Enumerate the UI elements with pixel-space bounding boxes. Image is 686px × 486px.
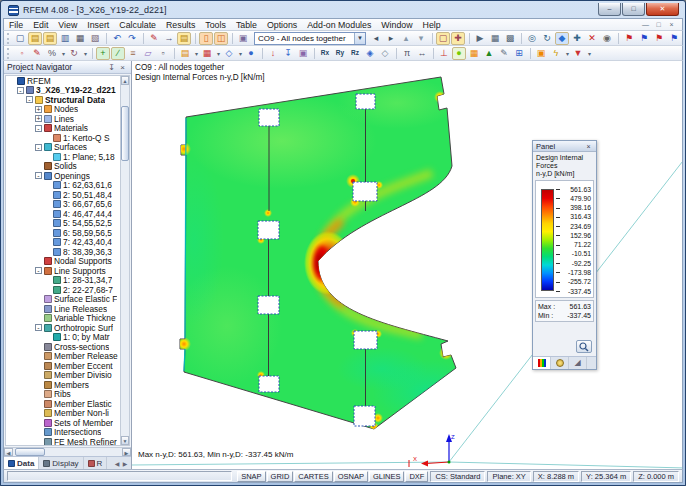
isometric-view-button[interactable]: ◈ xyxy=(363,47,377,60)
loads-button[interactable]: ↓ xyxy=(266,47,280,60)
move-copy-button-dropdown[interactable]: ▾ xyxy=(82,50,89,57)
swap-button[interactable]: ↔ xyxy=(415,47,429,60)
next-load-case-button[interactable]: ▸ xyxy=(384,32,398,45)
pin-icon[interactable]: ↧ xyxy=(106,63,117,72)
collapse-icon[interactable]: - xyxy=(26,96,33,103)
tree-item-1-kerto-q-s[interactable]: 1: Kerto-Q S xyxy=(6,133,120,143)
tree-item-structural-data[interactable]: -Structural Data xyxy=(6,95,120,105)
tree-item-member-non-li[interactable]: Member Non-li xyxy=(6,409,120,419)
tree-item-variable-thickne[interactable]: Variable Thickne xyxy=(6,314,120,324)
undo-button[interactable]: ↶ xyxy=(110,32,124,45)
tree-item-3-x26-y19-22-d221[interactable]: -3_X26_Y19-22_d221 xyxy=(6,86,120,96)
lightning-button-dropdown[interactable]: ▾ xyxy=(564,50,571,57)
zoom-button[interactable]: ◎ xyxy=(525,32,539,45)
result-panel-button[interactable]: ⚑ xyxy=(667,32,681,45)
view-3d-button-dropdown[interactable]: ▾ xyxy=(237,50,244,57)
fe-grid-button[interactable]: ⊞ xyxy=(512,47,526,60)
cancel-function-button[interactable]: ✕ xyxy=(585,32,599,45)
redo-button[interactable]: ↷ xyxy=(125,32,139,45)
menu-add-on-modules[interactable]: Add-on Modules xyxy=(302,19,376,30)
axes-button[interactable]: ⊥ xyxy=(437,47,451,60)
first-load-case-button[interactable]: ▴ xyxy=(399,32,413,45)
scroll-up-icon[interactable]: ▲ xyxy=(121,76,129,85)
copy-button[interactable]: ▧ xyxy=(88,32,102,45)
fea-model-plot[interactable]: Z X xyxy=(132,61,682,469)
tree-item-member-eccent[interactable]: Member Eccent xyxy=(6,361,120,371)
tree-item-fe-mesh-refiner[interactable]: FE Mesh Refiner xyxy=(6,437,120,445)
percent-button-dropdown[interactable]: ▾ xyxy=(60,50,67,57)
new-window-button[interactable]: ▣ xyxy=(534,47,548,60)
percent-button[interactable]: % xyxy=(45,47,59,60)
expand-icon[interactable]: + xyxy=(35,115,42,122)
scroll-left-icon[interactable]: ◀ xyxy=(4,448,13,456)
collapse-icon[interactable]: - xyxy=(35,324,42,331)
tree-item-line-supports[interactable]: -Line Supports xyxy=(6,266,120,276)
new-file-button[interactable]: ▢ xyxy=(13,32,27,45)
tree-item-6-58-59-56-5[interactable]: 6: 58,59,56,5 xyxy=(6,228,120,238)
view-3d-button[interactable]: ◇ xyxy=(222,47,236,60)
menu-help[interactable]: Help xyxy=(418,19,446,30)
navigator-close-icon[interactable]: × xyxy=(117,63,128,72)
move-view-button[interactable]: ✚ xyxy=(570,32,584,45)
tree-item-intersections[interactable]: Intersections xyxy=(6,428,120,438)
tree-item-orthotropic-surf[interactable]: -Orthotropic Surf xyxy=(6,323,120,333)
select-special-button[interactable]: ✚ xyxy=(451,32,465,45)
tree-item-member-release[interactable]: Member Release xyxy=(6,352,120,362)
toolbar-grip[interactable] xyxy=(7,33,10,44)
toolbar-grip[interactable] xyxy=(7,48,12,59)
edit-layers-button[interactable]: ✎ xyxy=(30,47,44,60)
tree-item-rfem[interactable]: RFEM xyxy=(6,76,120,86)
tree-item-ribs[interactable]: Ribs xyxy=(6,390,120,400)
statusbar-toggle-glines[interactable]: GLINES xyxy=(369,471,405,482)
render-button[interactable]: ● xyxy=(244,47,258,60)
menu-table[interactable]: Table xyxy=(231,19,262,30)
expand-icon[interactable]: + xyxy=(35,106,42,113)
menu-calculate[interactable]: Calculate xyxy=(114,19,161,30)
tree-vertical-scrollbar[interactable]: ▲ ▼ xyxy=(120,76,129,445)
split-window-button[interactable]: ◫ xyxy=(214,32,228,45)
scrollbar-thumb[interactable] xyxy=(121,106,129,161)
new-member-button[interactable]: ≡ xyxy=(126,47,140,60)
collapse-icon[interactable]: - xyxy=(35,267,42,274)
view-y-button[interactable]: Ry xyxy=(333,47,347,60)
tree-item-1-62-63-61-6[interactable]: 1: 62,63,61,6 xyxy=(6,181,120,191)
menu-insert[interactable]: Insert xyxy=(82,19,114,30)
statusbar-toggle-dxf[interactable]: DXF xyxy=(405,471,428,482)
tree-item-lines[interactable]: +Lines xyxy=(6,114,120,124)
project-navigator-button[interactable]: ▤ xyxy=(177,32,191,45)
color-scale-button[interactable]: ▼ xyxy=(571,47,585,60)
result-panel[interactable]: Panel × Design Internal Forces n-y,D [kN… xyxy=(532,140,597,370)
tree-item-2-22-27-68-7[interactable]: 2: 22-27,68-7 xyxy=(6,285,120,295)
info-button[interactable]: ◉ xyxy=(600,32,614,45)
panel-options-button[interactable] xyxy=(576,340,592,353)
tree-item-nodal-supports[interactable]: Nodal Supports xyxy=(6,257,120,267)
mdi-close-button[interactable]: × xyxy=(665,21,678,28)
supports-button[interactable]: ▲ xyxy=(482,47,496,60)
view-x-button[interactable]: Rx xyxy=(318,47,332,60)
movie-mode-button[interactable]: ▶ xyxy=(473,32,487,45)
mesh-button[interactable]: ▦ xyxy=(467,47,481,60)
open-project-button[interactable]: ▤ xyxy=(28,32,42,45)
new-line-button[interactable]: ∕ xyxy=(111,47,125,60)
tree-item-1-plane-5-18[interactable]: 1: Plane; 5,18 xyxy=(6,152,120,162)
tree-item-1-0-by-matr[interactable]: 1: 0; by Matr xyxy=(6,333,120,343)
hscrollbar-thumb[interactable] xyxy=(15,448,45,456)
rendered-view-button[interactable]: ◆ xyxy=(555,32,569,45)
scroll-down-icon[interactable]: ▼ xyxy=(121,436,129,445)
panel-tab-filter[interactable]: ◢ xyxy=(569,357,587,369)
new-node-button[interactable]: + xyxy=(96,47,110,60)
color-scale-button-dropdown[interactable]: ▾ xyxy=(586,50,593,57)
select-window-button[interactable]: ▢ xyxy=(436,32,450,45)
show-tables-button[interactable]: ▯ xyxy=(199,32,213,45)
menu-tools[interactable]: Tools xyxy=(200,19,231,30)
display-properties-button[interactable]: ▩ xyxy=(503,32,517,45)
last-load-case-button[interactable]: ▾ xyxy=(414,32,428,45)
tree-item-sets-of-member[interactable]: Sets of Member xyxy=(6,418,120,428)
statusbar-toggle-snap[interactable]: SNAP xyxy=(237,471,265,482)
maximize-button[interactable]: □ xyxy=(622,3,645,16)
menu-results[interactable]: Results xyxy=(161,19,200,30)
view-z-button[interactable]: Rz xyxy=(348,47,362,60)
scroll-right-icon[interactable]: ▶ xyxy=(122,448,131,456)
statusbar-toggle-osnap[interactable]: OSNAP xyxy=(334,471,368,482)
tree-item-solids[interactable]: Solids xyxy=(6,162,120,172)
